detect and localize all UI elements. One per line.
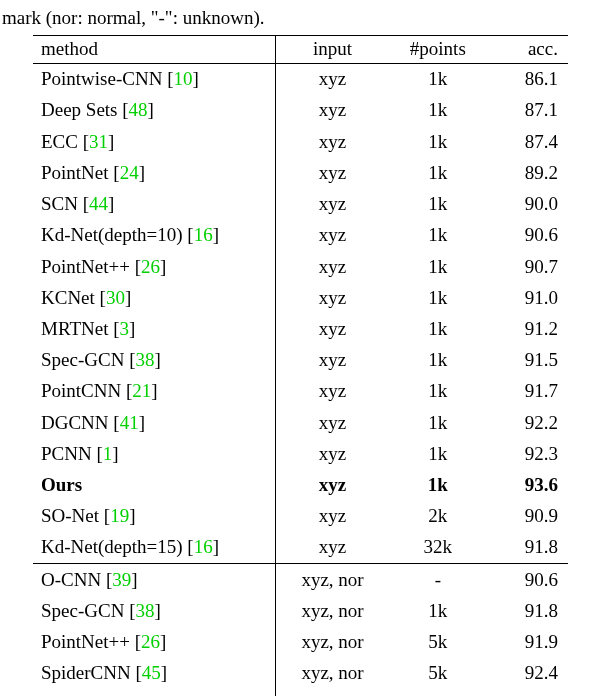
method-name: Pointwise-CNN [41, 68, 162, 89]
cell-acc: 91.8 [487, 532, 568, 564]
cell-acc: 92.3 [487, 438, 568, 469]
cell-method: Pointwise-CNN [10] [33, 63, 276, 95]
table-row: MRTNet [3]xyz1k91.2 [33, 313, 568, 344]
table-row: DGCNN [41]xyz1k92.2 [33, 407, 568, 438]
cell-acc: 91.2 [487, 313, 568, 344]
table-row: Pointwise-CNN [10]xyz1k86.1 [33, 63, 568, 95]
cell-acc: 91.5 [487, 345, 568, 376]
citation-link[interactable]: 45 [142, 662, 161, 683]
cell-input: xyz [276, 345, 389, 376]
citation-link[interactable]: 39 [112, 569, 131, 590]
cell-points: - [389, 564, 487, 596]
method-name: MRTNet [41, 318, 108, 339]
citation-link[interactable]: 1 [103, 443, 113, 464]
table-row: SpiderCNN [45]xyz, nor5k92.4 [33, 658, 568, 689]
method-name: Kd-Net(depth=10) [41, 224, 183, 245]
citation-link[interactable]: 48 [129, 99, 148, 120]
cell-method: DGCNN [41] [33, 407, 276, 438]
cell-method: PointNet++ [26] [33, 627, 276, 658]
cell-acc: 87.1 [487, 95, 568, 126]
cell-points: 1k [389, 95, 487, 126]
method-name: Spec-GCN [41, 349, 124, 370]
table-row: PointCNN [21]xyz1k91.7 [33, 376, 568, 407]
cell-input: xyz, nor [276, 595, 389, 626]
cell-acc: 87.4 [487, 126, 568, 157]
cell-points: 1k [389, 251, 487, 282]
method-name: ECC [41, 131, 78, 152]
cell-acc: 93.6 [487, 470, 568, 501]
citation-link[interactable]: 26 [141, 631, 160, 652]
cell-method: Spec-GCN [38] [33, 595, 276, 626]
table-row: Oursxyz1k93.6 [33, 470, 568, 501]
cell-acc: 91.9 [487, 627, 568, 658]
method-name: SO-Net [41, 505, 99, 526]
cell-input: xyz [276, 63, 389, 95]
method-name: KCNet [41, 287, 95, 308]
cell-input: xyz [276, 157, 389, 188]
method-name: PCNN [41, 443, 92, 464]
table-row: SO-Net [19]xyz, nor5k93.4 [33, 689, 568, 696]
cell-acc: 90.6 [487, 220, 568, 251]
cell-acc: 93.4 [487, 689, 568, 696]
cell-method: SpiderCNN [45] [33, 658, 276, 689]
table-row: SCN [44]xyz1k90.0 [33, 189, 568, 220]
header-acc: acc. [487, 35, 568, 63]
table-row: PointNet [24]xyz1k89.2 [33, 157, 568, 188]
cell-method: SO-Net [19] [33, 501, 276, 532]
cell-acc: 90.0 [487, 189, 568, 220]
citation-link[interactable]: 44 [89, 193, 108, 214]
citation-link[interactable]: 30 [106, 287, 125, 308]
table-row: Kd-Net(depth=15) [16]xyz32k91.8 [33, 532, 568, 564]
citation-link[interactable]: 38 [135, 349, 154, 370]
cell-method: PointCNN [21] [33, 376, 276, 407]
cell-points: 5k [389, 658, 487, 689]
citation-link[interactable]: 26 [141, 256, 160, 277]
cell-method: SO-Net [19] [33, 689, 276, 696]
citation-link[interactable]: 41 [120, 412, 139, 433]
table-row: PointNet++ [26]xyz1k90.7 [33, 251, 568, 282]
cell-input: xyz [276, 220, 389, 251]
table-row: PCNN [1]xyz1k92.3 [33, 438, 568, 469]
caption-fragment: mark (nor: normal, "-": unknown). [0, 6, 604, 31]
table-row: Spec-GCN [38]xyz, nor1k91.8 [33, 595, 568, 626]
cell-input: xyz [276, 126, 389, 157]
cell-points: 1k [389, 63, 487, 95]
cell-input: xyz [276, 313, 389, 344]
method-name: PointNet++ [41, 631, 130, 652]
cell-points: 1k [389, 126, 487, 157]
cell-input: xyz [276, 95, 389, 126]
header-method: method [33, 35, 276, 63]
cell-method: MRTNet [3] [33, 313, 276, 344]
citation-link[interactable]: 19 [110, 505, 129, 526]
cell-points: 5k [389, 689, 487, 696]
method-name: Kd-Net(depth=15) [41, 536, 183, 557]
method-name: Spec-GCN [41, 600, 124, 621]
cell-input: xyz [276, 251, 389, 282]
citation-link[interactable]: 16 [194, 224, 213, 245]
table-header-row: method input #points acc. [33, 35, 568, 63]
method-name: DGCNN [41, 412, 109, 433]
cell-method: Kd-Net(depth=10) [16] [33, 220, 276, 251]
citation-link[interactable]: 21 [132, 380, 151, 401]
citation-link[interactable]: 31 [89, 131, 108, 152]
cell-method: KCNet [30] [33, 282, 276, 313]
citation-link[interactable]: 10 [173, 68, 192, 89]
cell-points: 5k [389, 627, 487, 658]
cell-acc: 92.4 [487, 658, 568, 689]
header-points: #points [389, 35, 487, 63]
citation-link[interactable]: 24 [120, 162, 139, 183]
citation-link[interactable]: 3 [120, 318, 130, 339]
cell-points: 1k [389, 407, 487, 438]
method-name: SpiderCNN [41, 662, 131, 683]
cell-method: Spec-GCN [38] [33, 345, 276, 376]
table-row: KCNet [30]xyz1k91.0 [33, 282, 568, 313]
cell-points: 32k [389, 532, 487, 564]
method-name: Deep Sets [41, 99, 118, 120]
method-name: PointNet [41, 162, 109, 183]
cell-input: xyz [276, 470, 389, 501]
method-name: SCN [41, 193, 78, 214]
cell-input: xyz [276, 376, 389, 407]
citation-link[interactable]: 16 [194, 536, 213, 557]
cell-input: xyz [276, 407, 389, 438]
citation-link[interactable]: 38 [135, 600, 154, 621]
